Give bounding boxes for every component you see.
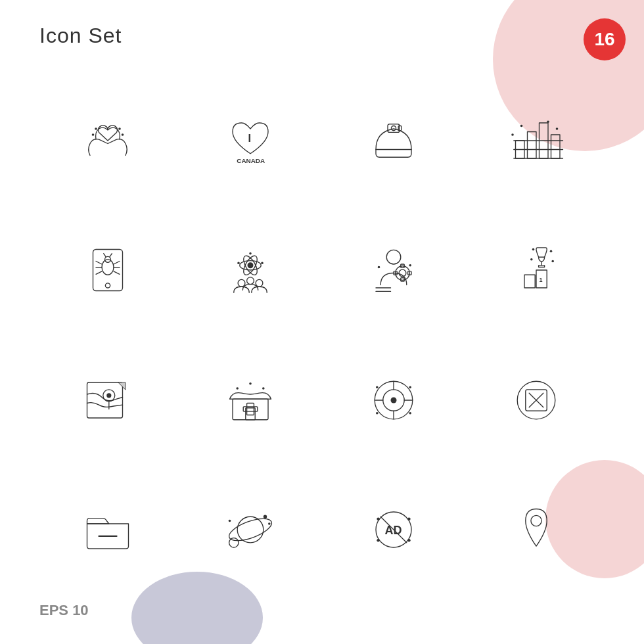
icon-winner-trophy: 1 [469,209,605,333]
icon-planet [183,469,319,592]
svg-point-71 [249,382,252,385]
svg-point-91 [229,538,239,547]
svg-point-102 [531,516,541,526]
page-title: Icon Set [39,24,122,48]
svg-rect-46 [401,278,404,281]
svg-line-26 [114,262,120,265]
icon-bar-chart [469,79,605,202]
svg-line-25 [96,271,102,275]
svg-line-30 [103,254,106,257]
svg-point-3 [118,127,121,130]
icon-engineer-settings [325,209,462,333]
svg-rect-10 [528,131,537,158]
svg-rect-53 [524,275,535,288]
svg-point-93 [268,522,271,525]
svg-rect-66 [233,399,268,420]
icon-pharmacy-store [183,338,319,462]
svg-point-17 [547,120,549,123]
svg-point-59 [550,250,553,253]
icon-donut-chart [325,338,462,462]
svg-text:1: 1 [540,277,543,283]
svg-point-99 [407,518,411,521]
svg-point-70 [262,387,265,390]
svg-point-81 [409,386,411,388]
svg-point-64 [106,393,111,398]
svg-point-36 [237,262,240,265]
svg-point-37 [261,262,264,265]
svg-point-61 [530,258,533,261]
icon-care-heart [39,79,176,202]
svg-point-92 [264,515,267,518]
svg-point-94 [229,520,231,522]
svg-point-32 [248,263,254,269]
svg-point-2 [95,127,97,130]
svg-point-18 [556,127,559,130]
svg-point-39 [238,280,245,287]
svg-point-51 [377,266,380,269]
svg-rect-20 [93,250,122,291]
icon-helmet-camera [325,79,462,202]
svg-rect-67 [247,403,254,415]
svg-point-79 [390,397,396,403]
svg-point-98 [377,518,380,521]
svg-point-52 [409,264,411,267]
svg-point-21 [105,283,110,288]
icon-team-atom [183,209,319,333]
svg-point-0 [91,133,94,136]
svg-text:I: I [248,132,252,144]
svg-point-58 [532,248,535,251]
svg-point-19 [511,133,514,136]
svg-point-101 [407,539,411,542]
eps-label: EPS 10 [39,602,89,619]
svg-point-22 [102,260,114,275]
main-container: 16 Icon Set I [0,0,644,644]
icon-i-love-canada: I CANADA [183,79,319,202]
svg-line-23 [96,262,102,265]
svg-rect-12 [551,135,561,158]
icons-grid: I CANADA [39,79,605,591]
svg-point-69 [237,387,239,390]
svg-point-42 [386,250,401,265]
svg-point-82 [376,412,379,415]
svg-rect-6 [388,124,400,133]
icon-map-pin [39,338,176,462]
icon-bug-tablet [39,209,176,333]
svg-point-16 [520,124,523,127]
icon-location-pin [469,469,605,592]
svg-point-7 [391,126,396,130]
icon-cancel-circle [469,338,605,462]
svg-point-1 [121,133,124,136]
svg-rect-57 [539,265,545,267]
svg-point-90 [227,515,275,545]
svg-point-60 [552,260,555,263]
svg-point-38 [249,252,252,255]
svg-point-100 [377,539,380,542]
svg-point-80 [376,386,379,388]
svg-text:CANADA: CANADA [237,157,265,164]
svg-point-40 [256,280,263,287]
badge-number: 16 [594,29,614,50]
svg-line-28 [114,271,120,275]
icon-ad-circle: AD [325,469,462,592]
svg-point-83 [409,412,411,415]
badge: 16 [584,18,626,60]
icon-remove-folder [39,469,176,592]
svg-line-31 [109,254,112,257]
svg-point-41 [247,277,254,285]
